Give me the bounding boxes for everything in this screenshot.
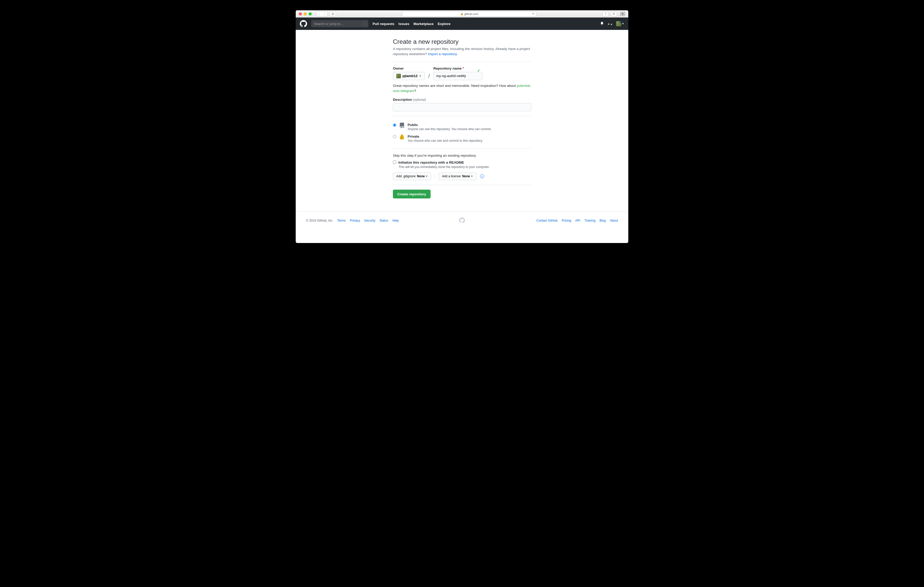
required-marker: * (462, 66, 464, 70)
repo-name-input[interactable] (433, 72, 482, 80)
chevron-down-icon: ▼ (471, 175, 473, 178)
chrome-right: ⇪ ⧉ + (602, 12, 625, 16)
create-repository-button[interactable]: Create repository (393, 190, 431, 199)
footer-terms[interactable]: Terms (337, 219, 346, 222)
path-separator: / (428, 73, 430, 80)
gitignore-select[interactable]: Add .gitignore: None▼ (393, 173, 431, 180)
slash-key-icon: / (362, 21, 367, 26)
info-icon[interactable]: i (480, 174, 484, 178)
visibility-private[interactable]: Private You choose who can see and commi… (393, 132, 531, 144)
footer-pricing[interactable]: Pricing (562, 219, 571, 222)
description-label: Description (optional) (393, 98, 531, 102)
repo-icon (399, 123, 405, 128)
footer-blog[interactable]: Blog (600, 219, 606, 222)
user-menu[interactable]: ▼ (616, 21, 624, 26)
footer-left: © 2019 GitHub, Inc. Terms Privacy Securi… (306, 219, 399, 222)
private-title: Private (408, 135, 419, 138)
nav-pull-requests[interactable]: Pull requests (373, 22, 394, 26)
main-content: Create a new repository A repository con… (393, 38, 531, 199)
public-radio[interactable] (393, 123, 396, 127)
skip-text: Skip this step if you're importing an ex… (393, 154, 531, 158)
import-repo-link[interactable]: Import a repository. (428, 52, 458, 56)
footer-security[interactable]: Security (364, 219, 375, 222)
description-input[interactable] (393, 103, 531, 111)
gitignore-prefix: Add .gitignore: (396, 174, 416, 178)
desc-label-text: Description (393, 98, 412, 102)
avatar-icon (616, 21, 621, 26)
nav-marketplace[interactable]: Marketplace (414, 22, 434, 26)
owner-group: Owner pjlamb12 ▼ (393, 66, 425, 80)
divider (393, 116, 531, 116)
minimize-window-icon[interactable] (304, 12, 307, 15)
footer: © 2019 GitHub, Inc. Terms Privacy Securi… (296, 211, 628, 243)
browser-window: ‹› ▥ 🔒 github.com ⟳ ⇪ ⧉ + / Pull request… (296, 10, 628, 243)
license-prefix: Add a license: (442, 174, 461, 178)
description-group: Description (optional) (393, 98, 531, 111)
search-container: / (311, 20, 368, 27)
repo-label-text: Repository name (433, 66, 462, 70)
new-tab-icon[interactable]: + (620, 12, 625, 16)
page-title: Create a new repository (393, 38, 531, 45)
readme-title: Initialize this repository with a README (398, 161, 464, 164)
notification-dot-icon (620, 21, 622, 23)
private-desc: You choose who can see and commit to thi… (408, 139, 483, 143)
primary-nav: Pull requests Issues Marketplace Explore (373, 22, 450, 26)
footer-privacy[interactable]: Privacy (350, 219, 360, 222)
owner-repo-row: Owner pjlamb12 ▼ / Repository name * ✓ (393, 66, 531, 80)
address-bar[interactable]: 🔒 github.com ⟳ (402, 12, 536, 16)
owner-name: pjlamb12 (403, 74, 417, 78)
public-desc: Anyone can see this repository. You choo… (408, 127, 492, 131)
maximize-window-icon[interactable] (309, 12, 312, 15)
footer-api[interactable]: API (575, 219, 580, 222)
check-icon: ✓ (477, 69, 480, 73)
footer-logo-icon[interactable] (459, 217, 465, 224)
create-new-icon[interactable]: +▼ (607, 21, 612, 26)
reload-icon[interactable]: ⟳ (532, 12, 535, 15)
tabs-icon[interactable]: ⧉ (611, 12, 617, 16)
license-value: None (462, 174, 470, 178)
url-host: github.com (464, 12, 478, 15)
search-input[interactable] (311, 20, 368, 27)
public-title: Public (408, 123, 418, 127)
footer-right: Contact GitHub Pricing API Training Blog… (536, 219, 618, 222)
optional-marker: (optional) (413, 98, 426, 102)
nav-explore[interactable]: Explore (438, 22, 450, 26)
visibility-public[interactable]: Public Anyone can see this repository. Y… (393, 121, 531, 132)
footer-status[interactable]: Status (380, 219, 388, 222)
lock-icon: 🔒 (460, 12, 463, 15)
private-radio[interactable] (393, 135, 396, 138)
footer-about[interactable]: About (610, 219, 618, 222)
footer-training[interactable]: Training (584, 219, 596, 222)
copyright: © 2019 GitHub, Inc. (306, 219, 333, 222)
readme-checkbox[interactable] (393, 161, 396, 164)
dropdown-row: Add .gitignore: None▼ Add a license: Non… (393, 173, 531, 180)
lead-text: A repository contains all project files,… (393, 47, 530, 56)
window-controls (299, 12, 312, 15)
close-window-icon[interactable] (299, 12, 302, 15)
page-lead: A repository contains all project files,… (393, 46, 531, 57)
back-forward-buttons[interactable]: ‹› (316, 12, 328, 16)
chevron-down-icon: ▼ (419, 75, 422, 77)
header-user-icons: +▼ ▼ (600, 21, 624, 26)
hint-text: Great repository names are short and mem… (393, 84, 516, 88)
github-logo-icon[interactable] (300, 20, 307, 27)
owner-avatar-icon (396, 74, 401, 78)
repo-name-hint: Great repository names are short and mem… (393, 83, 531, 94)
share-icon[interactable]: ⇪ (602, 12, 609, 16)
sidebar-toggle-icon[interactable]: ▥ (330, 12, 336, 16)
nav-issues[interactable]: Issues (399, 22, 409, 26)
lock-icon (399, 134, 405, 140)
owner-select[interactable]: pjlamb12 ▼ (393, 72, 425, 80)
browser-chrome: ‹› ▥ 🔒 github.com ⟳ ⇪ ⧉ + (296, 10, 628, 18)
readme-row[interactable]: Initialize this repository with a README (393, 160, 531, 164)
readme-desc: This will let you immediately clone the … (399, 165, 531, 169)
gitignore-value: None (417, 174, 425, 178)
chevron-down-icon: ▼ (426, 175, 428, 178)
license-select[interactable]: Add a license: None▼ (439, 173, 476, 180)
divider (393, 185, 531, 185)
repo-name-label: Repository name * (433, 66, 482, 70)
footer-contact[interactable]: Contact GitHub (536, 219, 558, 222)
notifications-icon[interactable] (600, 21, 604, 26)
footer-help[interactable]: Help (393, 219, 399, 222)
owner-label: Owner (393, 66, 425, 70)
